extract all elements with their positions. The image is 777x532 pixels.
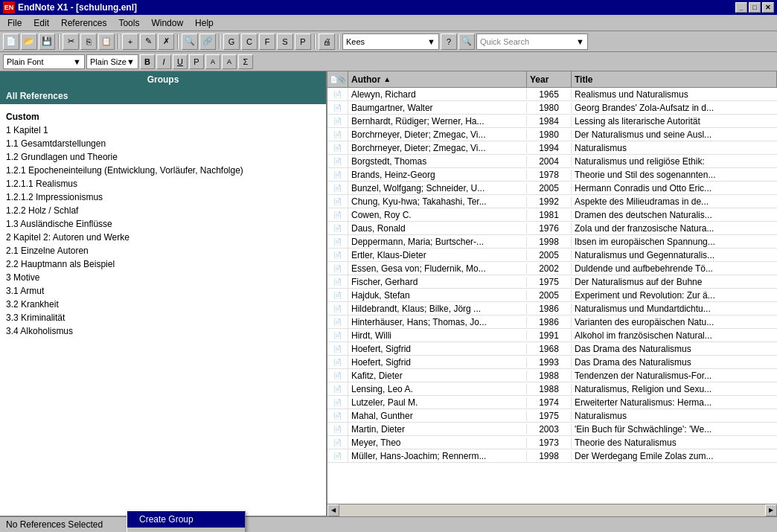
year-cell: 2003 (527, 424, 572, 435)
table-row[interactable]: 📄 Daus, Ronald 1976 Zola und der franzos… (327, 222, 777, 235)
rename-group-menu-item[interactable]: Rename Group (127, 528, 245, 532)
close-button[interactable]: ✕ (762, 2, 774, 13)
table-row[interactable]: 📄 Bunzel, Wolfgang; Schneider, U... 2005… (327, 182, 777, 195)
group-item[interactable]: 3 Motive (0, 271, 326, 284)
delete-ref-button[interactable]: ✗ (158, 33, 174, 50)
table-row[interactable]: 📄 Kafitz, Dieter 1988 Tendenzen der Natu… (327, 369, 777, 382)
table-row[interactable]: 📄 Cowen, Roy C. 1981 Dramen des deutsche… (327, 208, 777, 222)
help-button[interactable]: ? (441, 33, 457, 50)
table-row[interactable]: 📄 Baumgartner, Walter 1980 Georg Brandes… (327, 101, 777, 115)
year-column-header[interactable]: Year (527, 71, 572, 87)
subscript-button[interactable]: A (222, 54, 237, 69)
menu-window[interactable]: Window (145, 16, 189, 30)
table-row[interactable]: 📄 Hinterhäuser, Hans; Thomas, Jo... 1986… (327, 315, 777, 329)
group-item[interactable]: 1.2 Grundlagen und Theorie (0, 150, 326, 164)
superscript-button[interactable]: A (205, 54, 220, 69)
search-icon-btn[interactable]: 🔍 (458, 33, 475, 50)
group-item[interactable]: 3.1 Armut (0, 284, 326, 298)
underline-button[interactable]: U (173, 54, 188, 69)
cut-button[interactable]: ✂ (63, 33, 79, 50)
reference-table-body[interactable]: 📄 Alewyn, Richard 1965 Realismus und Nat… (327, 88, 777, 504)
table-row[interactable]: 📄 Martin, Dieter 2003 'Ein Buch für Schw… (327, 423, 777, 436)
menu-help[interactable]: Help (189, 16, 220, 30)
all-references-item[interactable]: All References (0, 88, 326, 104)
table-row[interactable]: 📄 Chung, Kyu-hwa; Takahashi, Ter... 1992… (327, 195, 777, 208)
table-row[interactable]: 📄 Hoefert, Sigfrid 1968 Das Drama des Na… (327, 342, 777, 356)
table-row[interactable]: 📄 Bernhardt, Rüdiger; Werner, Ha... 1984… (327, 115, 777, 128)
table-row[interactable]: 📄 Mahal, Gunther 1975 Naturalismus (327, 409, 777, 423)
groups-list[interactable]: Custom 1 Kapitel 1 1.1 Gesamtdarstellung… (0, 104, 326, 516)
quick-search-input[interactable]: Quick Search ▼ (476, 33, 588, 50)
title-cell: Der Werdegang Emile Zolas zum... (572, 451, 777, 461)
new-ref-button[interactable]: + (122, 33, 138, 50)
preview-button[interactable]: P (295, 33, 311, 50)
table-row[interactable]: 📄 Ertler, Klaus-Dieter 2005 Naturalismus… (327, 249, 777, 262)
table-row[interactable]: 📄 Borchrneyer, Dieter; Zmegac, Vi... 198… (327, 128, 777, 141)
table-row[interactable]: 📄 Brands, Heinz-Georg 1978 Theorie und S… (327, 168, 777, 182)
menu-references[interactable]: References (55, 16, 112, 30)
create-group-menu-item[interactable]: Create Group (127, 511, 245, 528)
table-row[interactable]: 📄 Fischer, Gerhard 1975 Der Naturalismus… (327, 275, 777, 289)
group-item[interactable]: 3.3 Kriminalität (0, 311, 326, 324)
scroll-track[interactable] (339, 504, 765, 516)
table-row[interactable]: 📄 Hildebrandt, Klaus; Bilke, Jörg ... 19… (327, 302, 777, 315)
size-dropdown[interactable]: Plain Size ▼ (86, 54, 138, 69)
scroll-left-button[interactable]: ◀ (327, 504, 339, 516)
paste-button[interactable]: 📋 (98, 33, 115, 50)
table-row[interactable]: 📄 Borgstedt, Thomas 2004 Naturalismus un… (327, 155, 777, 168)
menu-edit[interactable]: Edit (28, 16, 55, 30)
app-icon: EN (3, 1, 15, 13)
new-button[interactable]: 📄 (3, 33, 19, 50)
scan-button[interactable]: S (277, 33, 293, 50)
group-item[interactable]: 3.4 Alkoholismus (0, 324, 326, 338)
group-item[interactable]: 1.2.2 Holz / Schlaf (0, 204, 326, 217)
table-row[interactable]: 📄 Hoefert, Sigfrid 1993 Das Drama des Na… (327, 356, 777, 369)
group-item[interactable]: 2.1 Einzelne Autoren (0, 244, 326, 257)
find-ref-button[interactable]: 🔍 (182, 33, 198, 50)
group-item[interactable]: 1.1 Gesamtdarstellungen (0, 137, 326, 150)
group-item[interactable]: 2.2 Hauptmann als Beispiel (0, 257, 326, 271)
font-dropdown[interactable]: Plain Font ▼ (3, 54, 85, 69)
table-row[interactable]: 📄 Lensing, Leo A. 1988 Naturalismus, Rel… (327, 382, 777, 396)
plain-button[interactable]: P (189, 54, 204, 69)
print-button[interactable]: 🖨 (319, 33, 335, 50)
special-chars-button[interactable]: Σ (238, 54, 253, 69)
table-row[interactable]: 📄 Müller, Hans-Joachim; Rennerm... 1998 … (327, 449, 777, 463)
group-item[interactable]: 3.2 Krankheit (0, 298, 326, 311)
table-row[interactable]: 📄 Borchrneyer, Dieter; Zmegac, Vi... 199… (327, 141, 777, 155)
group-item[interactable]: 2 Kapitel 2: Autoren und Werke (0, 231, 326, 244)
menu-file[interactable]: File (1, 16, 28, 30)
format-button[interactable]: F (259, 33, 275, 50)
save-button[interactable]: 💾 (39, 33, 55, 50)
copy-button[interactable]: ⎘ (80, 33, 97, 50)
group-item[interactable]: 1.2.1 Epocheneinteilung (Entwicklung, Vo… (0, 164, 326, 177)
table-row[interactable]: 📄 Deppermann, Maria; Burtscher-... 1998 … (327, 235, 777, 249)
title-column-header[interactable]: Title (572, 71, 777, 87)
table-row[interactable]: 📄 Essen, Gesa von; Fludernik, Mo... 2002… (327, 262, 777, 275)
table-row[interactable]: 📄 Lutzeler, Paul M. 1974 Erweiterter Nat… (327, 396, 777, 409)
group-item[interactable]: 1 Kapitel 1 (0, 124, 326, 137)
group-item[interactable]: 1.2.1.1 Realismus (0, 177, 326, 190)
minimize-button[interactable]: _ (735, 2, 747, 13)
table-row[interactable]: 📄 Hirdt, Willi 1991 Alkohol im französis… (327, 329, 777, 342)
group-item[interactable]: 1.2.1.2 Impressionismus (0, 190, 326, 204)
author-cell: Daus, Ronald (348, 223, 527, 234)
cite-button[interactable]: C (241, 33, 258, 50)
group-button[interactable]: G (223, 33, 240, 50)
open-button[interactable]: 📂 (21, 33, 37, 50)
group-item[interactable]: 1.3 Ausländische Einflüsse (0, 217, 326, 231)
menu-tools[interactable]: Tools (112, 16, 145, 30)
table-header: 📄 📎 Author ▲ Year Title (327, 71, 777, 88)
edit-ref-button[interactable]: ✎ (140, 33, 156, 50)
bold-button[interactable]: B (140, 54, 155, 69)
scroll-right-button[interactable]: ▶ (765, 504, 777, 516)
table-row[interactable]: 📄 Hajduk, Stefan 2005 Experiment und Rev… (327, 289, 777, 302)
horizontal-scrollbar[interactable]: ◀ ▶ (327, 504, 777, 516)
italic-button[interactable]: I (156, 54, 171, 69)
ref-link-button[interactable]: 🔗 (199, 33, 216, 50)
style-dropdown[interactable]: Kees ▼ (342, 33, 439, 50)
maximize-button[interactable]: □ (749, 2, 761, 13)
table-row[interactable]: 📄 Alewyn, Richard 1965 Realismus und Nat… (327, 88, 777, 101)
author-column-header[interactable]: Author ▲ (348, 71, 527, 87)
table-row[interactable]: 📄 Meyer, Theo 1973 Theorie des Naturalis… (327, 436, 777, 449)
